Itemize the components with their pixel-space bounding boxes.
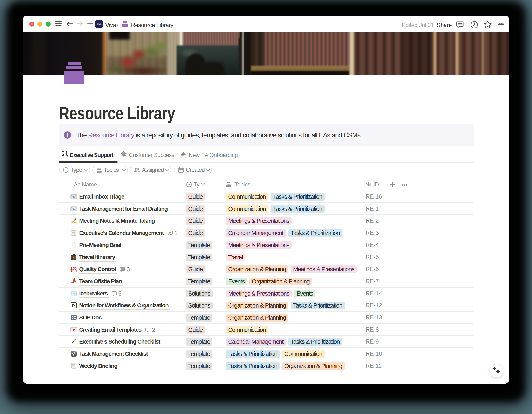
svg-text:E: E (73, 195, 75, 198)
svg-text:100: 100 (70, 266, 77, 271)
svg-text:E: E (73, 207, 75, 210)
